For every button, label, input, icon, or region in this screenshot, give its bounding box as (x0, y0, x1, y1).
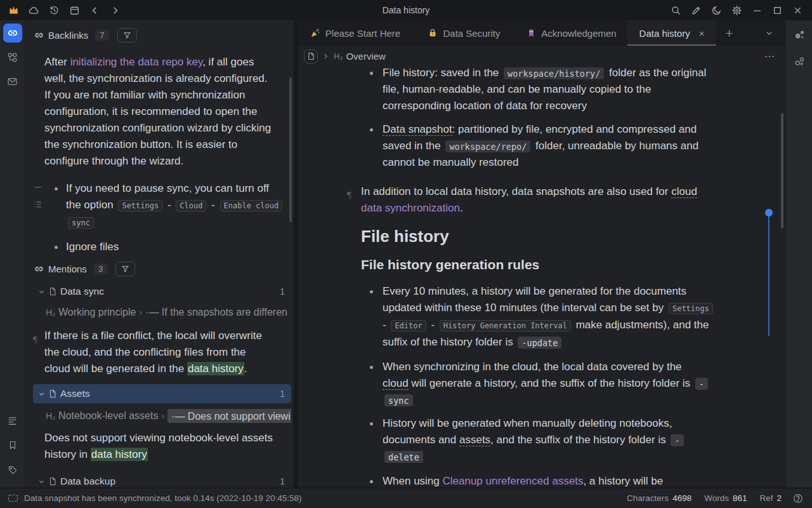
dock-tag-button[interactable] (3, 460, 22, 479)
list-type-icon[interactable] (34, 200, 43, 209)
sync-status-icon[interactable] (8, 493, 18, 503)
block-ref[interactable]: cloud (383, 377, 409, 390)
block-ref[interactable]: Data snapshot (383, 123, 452, 136)
titlebar-left-toolbar (0, 4, 122, 17)
breadcrumb-chevron-icon (322, 53, 329, 60)
mention-doc-row[interactable]: Data backup 1 (33, 472, 291, 488)
data-history-icon[interactable] (48, 4, 61, 17)
status-bar: Data snapshot has been synchronized, too… (0, 488, 812, 508)
editor-list-item[interactable]: History will be generated when manually … (383, 415, 773, 465)
focus-indicator-dot[interactable] (765, 209, 773, 217)
backlinks-filter-button[interactable] (117, 28, 137, 43)
mentions-filter-button[interactable] (115, 262, 135, 276)
tab-list-chevron-button[interactable] (752, 20, 785, 46)
settings-gear-icon[interactable] (726, 3, 747, 17)
mention-block-path[interactable]: H₂ Working principle›·— If the snapshots… (46, 304, 291, 321)
go-back-icon[interactable] (88, 4, 102, 17)
text: After (44, 56, 70, 68)
heading-level-badge: H₂ (46, 411, 56, 421)
heading-generation-rules[interactable]: File history generation rules (361, 256, 773, 274)
inline-link[interactable]: Cleanup unreferenced assets (443, 475, 584, 487)
editor-list-item[interactable]: Every 10 minutes, a history will be gene… (383, 283, 773, 351)
backlinks-count-badge: 7 (95, 30, 108, 41)
breadcrumb-heading-name[interactable]: Overview (346, 51, 386, 62)
code-span: - (695, 378, 708, 390)
mention-paragraph[interactable]: ¶ If there is a file conflict, the local… (44, 328, 291, 377)
mention-block-path[interactable]: H₂ Notebook-level assets›·— Does not sup… (46, 408, 291, 424)
workspace-crown-icon[interactable] (7, 4, 20, 17)
backlink-list-item[interactable]: Ignore files (66, 239, 291, 255)
backlink-paragraph[interactable]: After initializing the data repo key, if… (44, 54, 291, 170)
tab-close-icon[interactable]: × (699, 28, 705, 39)
cloud-sync-icon[interactable] (27, 4, 41, 17)
tab-acknowledgements[interactable]: Acknowledgemen (516, 20, 627, 46)
right-dock (785, 20, 812, 488)
dock-bookmark-button[interactable] (3, 436, 22, 455)
search-icon[interactable] (665, 3, 686, 17)
inline-link[interactable]: initializing the data repo key (70, 56, 203, 68)
mention-paragraph[interactable]: Does not support viewing notebook-level … (44, 430, 291, 463)
chevron-down-icon[interactable] (38, 478, 45, 485)
theme-moon-icon[interactable] (706, 3, 726, 17)
editor-scrollbar-thumb[interactable] (781, 113, 783, 229)
edit-mode-icon[interactable] (686, 3, 706, 17)
new-tab-button[interactable] (716, 20, 742, 46)
backlinks-header: Backlinks 7 (34, 25, 291, 44)
close-button[interactable] (787, 3, 808, 17)
characters-label: Characters (627, 493, 669, 503)
tab-data-history[interactable]: Data history × (627, 20, 716, 46)
mention-doc-row[interactable]: Data sync 1 (33, 282, 291, 301)
block-ref[interactable]: assets (459, 434, 490, 446)
backlinks-title: Backlinks (48, 30, 88, 41)
text: When synchronizing in the cloud, the loc… (383, 361, 682, 373)
go-forward-icon[interactable] (108, 4, 122, 17)
heading-file-history[interactable]: File history (361, 225, 773, 247)
breadcrumb-doc-icon[interactable] (304, 50, 318, 64)
daily-note-icon[interactable] (68, 4, 81, 17)
mention-doc-row-selected[interactable]: Assets 1 (33, 384, 291, 403)
kbd-span: Enable cloud (220, 200, 283, 211)
inline-link[interactable]: data synchronization (361, 202, 460, 214)
dock-inbox-button[interactable] (3, 72, 22, 91)
kbd-span: Editor (391, 320, 426, 331)
minimize-button[interactable] (747, 3, 767, 17)
dock-backlinks-button[interactable] (3, 23, 22, 43)
text: : partitioned by file, encrypted and com… (452, 123, 697, 135)
editor-list-item[interactable]: When using Cleanup unreferenced assets, … (383, 473, 773, 488)
ref-label: Ref (759, 493, 773, 503)
more-options-icon[interactable]: ⋯ (764, 50, 775, 62)
kbd-span: Cloud (176, 200, 206, 211)
help-icon[interactable] (793, 493, 803, 504)
block-ref[interactable]: cloud (671, 185, 697, 198)
panel-resize-divider[interactable] (294, 20, 298, 488)
editor-paragraph[interactable]: ¶ In addition to local data history, dat… (361, 184, 773, 217)
editor-list-item[interactable]: When synchronizing in the cloud, the loc… (383, 359, 773, 408)
chevron-down-icon[interactable] (38, 391, 45, 398)
chevron-down-icon[interactable] (38, 288, 45, 295)
ref-count: 2 (776, 493, 782, 503)
mention-doc-label: Data backup (60, 476, 115, 487)
editor-list-item[interactable]: File history: saved in the workspace/his… (383, 67, 773, 114)
search-highlight: data history (91, 448, 148, 461)
dock-outline-button[interactable] (3, 411, 22, 430)
drag-handle-icon[interactable] (34, 183, 43, 192)
text: - (164, 199, 174, 211)
tab-data-security[interactable]: Data Security (412, 20, 516, 46)
text: Working principle (56, 307, 136, 318)
matched-block-chip[interactable]: ·— Does not support viewi (167, 409, 291, 423)
editor-list-item[interactable]: Data snapshot: partitioned by file, encr… (383, 121, 773, 171)
dock-graph-local-button[interactable] (794, 29, 805, 41)
dock-graph-global-button[interactable] (794, 56, 805, 67)
backlink-list-item[interactable]: If you need to pause sync, you can turn … (66, 180, 291, 231)
text: will generate a history, and the suffix … (409, 377, 693, 389)
editor-area: Please Start Here Data Security Acknowle… (298, 20, 785, 488)
breadcrumb: H₂ Overview ⋯ (298, 46, 785, 67)
maximize-button[interactable] (767, 3, 787, 17)
dock-graph-button[interactable] (3, 48, 22, 67)
editor-content[interactable]: File history: saved in the workspace/his… (298, 67, 785, 488)
text: - (428, 319, 438, 331)
text: history in (44, 448, 91, 460)
tab-please-start-here[interactable]: Please Start Here (298, 20, 412, 46)
text: Ignore files (66, 241, 119, 253)
panel-scrollbar-thumb[interactable] (289, 77, 292, 222)
